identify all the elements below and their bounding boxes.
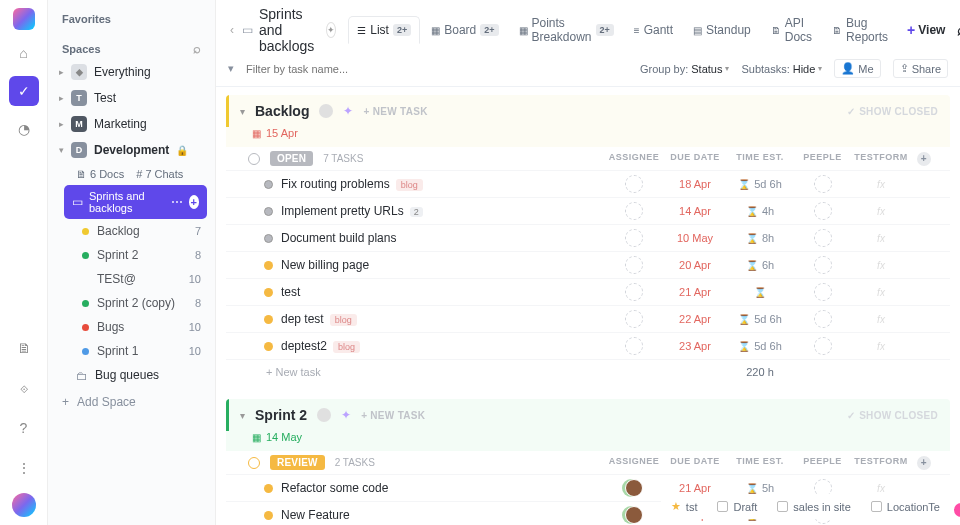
- cell-assignee[interactable]: [603, 310, 665, 328]
- collapse-sidebar-icon[interactable]: ‹: [226, 19, 238, 41]
- task-row[interactable]: test 21 Apr ⌛ fx: [226, 278, 950, 305]
- cell-due[interactable]: 20 Apr: [665, 259, 725, 271]
- show-closed-button[interactable]: ✓SHOW CLOSED: [847, 106, 938, 117]
- add-space-button[interactable]: + Add Space: [48, 387, 215, 417]
- cell-assignee[interactable]: [603, 506, 665, 524]
- sidebar-sublist-item[interactable]: TESt@10: [76, 267, 215, 291]
- favorites-heading[interactable]: Favorites: [62, 13, 111, 25]
- new-task-button[interactable]: + NEW TASK: [363, 106, 427, 117]
- notifications-icon[interactable]: ◔: [9, 114, 39, 144]
- task-row[interactable]: New billing page 20 Apr ⌛6h fx: [226, 251, 950, 278]
- cell-assignee[interactable]: [603, 229, 665, 247]
- cell-due[interactable]: 18 Apr: [665, 178, 725, 190]
- assignee-placeholder[interactable]: [625, 310, 643, 328]
- sparkle-icon[interactable]: ✦: [343, 104, 353, 118]
- cell-est[interactable]: ⌛: [725, 287, 795, 298]
- sidebar-everything[interactable]: ▸ ◆ Everything: [48, 59, 215, 85]
- sidebar-space-marketing[interactable]: ▸ M Marketing: [48, 111, 215, 137]
- cell-est[interactable]: ⌛8h: [725, 232, 795, 244]
- groupby-select[interactable]: Group by: Status ▾: [640, 63, 730, 75]
- task-row[interactable]: dep testblog 22 Apr ⌛5d 6h fx: [226, 305, 950, 332]
- cell-due[interactable]: 14 Apr: [665, 205, 725, 217]
- sidebar-list-active[interactable]: ▭ Sprints and backlogs ⋯ +: [64, 185, 207, 219]
- cell-due[interactable]: 23 Apr: [665, 340, 725, 352]
- view-tab[interactable]: ≡Gantt: [625, 16, 682, 44]
- tasks-icon[interactable]: ✓: [9, 76, 39, 106]
- sidebar-sublist-item[interactable]: Bugs10: [76, 315, 215, 339]
- status-chip[interactable]: OPEN: [270, 151, 313, 166]
- sidebar-space-test[interactable]: ▸ T Test: [48, 85, 215, 111]
- tray-item[interactable]: LocationTe: [871, 501, 940, 513]
- docs-link[interactable]: 🗎6 Docs: [76, 168, 124, 180]
- task-status-dot[interactable]: [264, 261, 273, 270]
- show-closed-button[interactable]: ✓SHOW CLOSED: [847, 410, 938, 421]
- me-filter-button[interactable]: 👤Me: [834, 59, 880, 78]
- home-icon[interactable]: ⌂: [9, 38, 39, 68]
- task-row[interactable]: Document build plans 10 May ⌛8h fx: [226, 224, 950, 251]
- new-task-row[interactable]: + New task 220 h: [226, 359, 950, 383]
- assignee-placeholder[interactable]: [814, 283, 832, 301]
- status-toggle-icon[interactable]: [248, 457, 260, 469]
- cell-due[interactable]: 10 May: [665, 232, 725, 244]
- cell-peeple[interactable]: [795, 310, 850, 328]
- assignee-placeholder[interactable]: [625, 202, 643, 220]
- assignee-placeholder[interactable]: [625, 337, 643, 355]
- task-status-dot[interactable]: [264, 484, 273, 493]
- assignee-placeholder[interactable]: [625, 256, 643, 274]
- cell-assignee[interactable]: [603, 479, 665, 497]
- view-tab[interactable]: ☰List2+: [348, 16, 420, 44]
- filter-icon[interactable]: ▾: [228, 62, 234, 75]
- share-button[interactable]: ⇪Share: [893, 59, 948, 78]
- cell-testform[interactable]: fx: [850, 341, 912, 352]
- sidebar-sublist-item[interactable]: Sprint 110: [76, 339, 215, 363]
- cell-assignee[interactable]: [603, 256, 665, 274]
- view-tab[interactable]: ▤Standup: [684, 16, 760, 44]
- assignee-placeholder[interactable]: [814, 175, 832, 193]
- cell-est[interactable]: ⌛5d 6h: [725, 313, 795, 325]
- tray-item[interactable]: sales in site: [777, 501, 850, 513]
- task-row[interactable]: Fix routing problemsblog 18 Apr ⌛5d 6h f…: [226, 170, 950, 197]
- cell-peeple[interactable]: [795, 256, 850, 274]
- view-tab[interactable]: ▦Points Breakdown2+: [510, 9, 623, 51]
- task-status-dot[interactable]: [264, 342, 273, 351]
- sidebar-sublist-item[interactable]: Sprint 28: [76, 243, 215, 267]
- cell-testform[interactable]: fx: [850, 206, 912, 217]
- task-row[interactable]: deptest2blog 23 Apr ⌛5d 6h fx: [226, 332, 950, 359]
- cell-peeple[interactable]: [795, 202, 850, 220]
- cell-testform[interactable]: fx: [850, 179, 912, 190]
- spaces-heading[interactable]: Spaces: [62, 43, 101, 55]
- assignee-avatar[interactable]: [625, 479, 643, 497]
- cell-est[interactable]: ⌛5d 6h: [725, 340, 795, 352]
- cell-peeple[interactable]: [795, 283, 850, 301]
- search-spaces-icon[interactable]: ⌕: [193, 41, 201, 56]
- task-status-dot[interactable]: [264, 180, 273, 189]
- task-status-dot[interactable]: [264, 315, 273, 324]
- sidebar-sublist-item[interactable]: Sprint 2 (copy)8: [76, 291, 215, 315]
- cell-testform[interactable]: fx: [850, 483, 912, 494]
- cell-due[interactable]: 21 Apr: [665, 482, 725, 494]
- cell-peeple[interactable]: [795, 229, 850, 247]
- assignee-avatar[interactable]: [625, 506, 643, 524]
- assignee-placeholder[interactable]: [814, 337, 832, 355]
- docs-icon[interactable]: 🗎: [9, 333, 39, 363]
- pulse-icon[interactable]: ⟐: [9, 373, 39, 403]
- assignee-placeholder[interactable]: [625, 175, 643, 193]
- assignee-placeholder[interactable]: [814, 256, 832, 274]
- assignee-placeholder[interactable]: [814, 229, 832, 247]
- new-task-button[interactable]: + NEW TASK: [361, 410, 425, 421]
- task-status-dot[interactable]: [264, 511, 273, 520]
- cell-assignee[interactable]: [603, 175, 665, 193]
- cell-assignee[interactable]: [603, 337, 665, 355]
- add-view-button[interactable]: +View: [901, 18, 951, 42]
- tray-item[interactable]: ★tst: [671, 500, 698, 513]
- assignee-placeholder[interactable]: [814, 310, 832, 328]
- chats-link[interactable]: #7 Chats: [136, 168, 183, 180]
- app-logo[interactable]: [13, 8, 35, 30]
- cell-peeple[interactable]: [795, 337, 850, 355]
- cell-testform[interactable]: fx: [850, 233, 912, 244]
- subtasks-select[interactable]: Subtasks: Hide ▾: [741, 63, 822, 75]
- cell-est[interactable]: ⌛6h: [725, 259, 795, 271]
- view-tab[interactable]: 🗎API Docs: [762, 9, 821, 51]
- assignee-placeholder[interactable]: [625, 283, 643, 301]
- group-header[interactable]: ▾ Backlog ✦ + NEW TASK ✓SHOW CLOSED: [226, 95, 950, 127]
